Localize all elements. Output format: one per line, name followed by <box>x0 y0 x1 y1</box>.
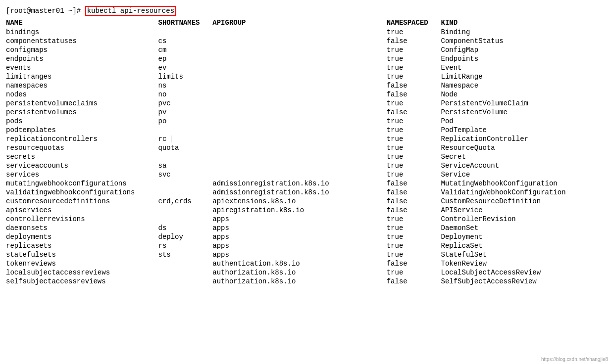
cell-namespaced: true <box>387 54 441 63</box>
cell-kind: PersistentVolume <box>441 108 604 117</box>
cell-shortnames: ns <box>158 81 212 90</box>
cell-shortnames: quota <box>158 143 212 152</box>
cell-apigroup <box>212 54 386 63</box>
header-kind: KIND <box>441 19 604 28</box>
prompt-text: [root@master01 ~]# <box>6 7 85 15</box>
cell-name: daemonsets <box>6 224 158 232</box>
cell-shortnames <box>158 259 212 268</box>
watermark: https://blog.csdn.net/shangjie8 <box>541 357 608 362</box>
cell-apigroup: apps <box>212 224 386 232</box>
cell-shortnames: ev <box>158 63 212 72</box>
cell-shortnames: sts <box>158 250 212 259</box>
cell-namespaced: true <box>387 268 441 277</box>
cell-namespaced: true <box>387 215 441 224</box>
cell-name: deployments <box>6 232 158 241</box>
table-row: namespacesnsfalseNamespace <box>6 81 604 90</box>
cell-namespaced: false <box>387 197 441 206</box>
table-row: configmapscmtrueConfigMap <box>6 46 604 54</box>
cell-apigroup <box>212 46 386 54</box>
cell-apigroup <box>212 81 386 90</box>
cell-namespaced: true <box>387 46 441 54</box>
cell-apigroup <box>212 63 386 72</box>
cell-apigroup <box>212 72 386 81</box>
cell-kind: ComponentStatus <box>441 37 604 46</box>
cell-namespaced: true <box>387 72 441 81</box>
cell-name: events <box>6 63 158 72</box>
cell-name: apiservices <box>6 206 158 215</box>
cell-namespaced: true <box>387 63 441 72</box>
cell-shortnames: sa <box>158 161 212 170</box>
cell-shortnames <box>158 188 212 197</box>
header-shortnames: SHORTNAMES <box>158 19 212 28</box>
prompt-line: [root@master01 ~]# kubectl api-resources <box>6 6 604 16</box>
cell-kind: ControllerRevision <box>441 215 604 224</box>
cell-kind: SelfSubjectAccessReview <box>441 277 604 286</box>
header-name: NAME <box>6 19 158 28</box>
cell-name: replicasets <box>6 241 158 250</box>
cell-namespaced: false <box>387 37 441 46</box>
table-row: replicationcontrollersrc trueReplication… <box>6 135 604 143</box>
table-row: replicasetsrsappstrueReplicaSet <box>6 241 604 250</box>
cell-apigroup <box>212 126 386 135</box>
cell-shortnames <box>158 126 212 135</box>
cell-kind: DaemonSet <box>441 224 604 232</box>
cell-name: replicationcontrollers <box>6 135 158 143</box>
table-row: statefulsetsstsappstrueStatefulSet <box>6 250 604 259</box>
cell-apigroup <box>212 90 386 99</box>
cell-shortnames: no <box>158 90 212 99</box>
cell-namespaced: true <box>387 224 441 232</box>
cell-kind: APIService <box>441 206 604 215</box>
cell-kind: Pod <box>441 117 604 126</box>
cell-name: endpoints <box>6 54 158 63</box>
cell-kind: Deployment <box>441 232 604 241</box>
table-body: bindingstrueBindingcomponentstatusescsfa… <box>6 28 604 286</box>
terminal-window: [root@master01 ~]# kubectl api-resources… <box>6 4 604 288</box>
cell-name: serviceaccounts <box>6 161 158 170</box>
cell-kind: ConfigMap <box>441 46 604 54</box>
table-row: localsubjectaccessreviewsauthorization.k… <box>6 268 604 277</box>
cell-namespaced: true <box>387 232 441 241</box>
table-row: deploymentsdeployappstrueDeployment <box>6 232 604 241</box>
table-row: validatingwebhookconfigurationsadmission… <box>6 188 604 197</box>
cell-apigroup <box>212 170 386 179</box>
cell-name: componentstatuses <box>6 37 158 46</box>
cell-apigroup <box>212 135 386 143</box>
cell-namespaced: true <box>387 250 441 259</box>
cell-namespaced: true <box>387 161 441 170</box>
cell-apigroup <box>212 108 386 117</box>
table-row: podspotruePod <box>6 117 604 126</box>
cell-shortnames: rc <box>158 135 212 143</box>
cell-kind: CustomResourceDefinition <box>441 197 604 206</box>
cell-apigroup: apps <box>212 250 386 259</box>
cell-shortnames: limits <box>158 72 212 81</box>
cell-shortnames <box>158 28 212 37</box>
table-row: nodesnofalseNode <box>6 90 604 99</box>
cell-name: selfsubjectaccessreviews <box>6 277 158 286</box>
cell-name: localsubjectaccessreviews <box>6 268 158 277</box>
cell-shortnames <box>158 179 212 188</box>
cell-namespaced: true <box>387 143 441 152</box>
cell-namespaced: false <box>387 277 441 286</box>
cell-name: pods <box>6 117 158 126</box>
api-resources-table: NAME SHORTNAMES APIGROUP NAMESPACED KIND… <box>6 19 604 286</box>
cell-shortnames: po <box>158 117 212 126</box>
cell-name: namespaces <box>6 81 158 90</box>
cell-kind: Endpoints <box>441 54 604 63</box>
cell-kind: Event <box>441 63 604 72</box>
cell-shortnames <box>158 206 212 215</box>
cell-name: persistentvolumeclaims <box>6 99 158 108</box>
table-row: apiservicesapiregistration.k8s.iofalseAP… <box>6 206 604 215</box>
cell-name: configmaps <box>6 46 158 54</box>
cell-namespaced: false <box>387 259 441 268</box>
cell-name: persistentvolumes <box>6 108 158 117</box>
cell-kind: ServiceAccount <box>441 161 604 170</box>
cell-namespaced: false <box>387 108 441 117</box>
table-row: persistentvolumespvfalsePersistentVolume <box>6 108 604 117</box>
header-apigroup: APIGROUP <box>212 19 386 28</box>
cell-namespaced: true <box>387 126 441 135</box>
cell-apigroup: apiextensions.k8s.io <box>212 197 386 206</box>
table-row: controllerrevisionsappstrueControllerRev… <box>6 215 604 224</box>
cell-namespaced: false <box>387 81 441 90</box>
cell-shortnames <box>158 268 212 277</box>
cell-namespaced: true <box>387 152 441 161</box>
